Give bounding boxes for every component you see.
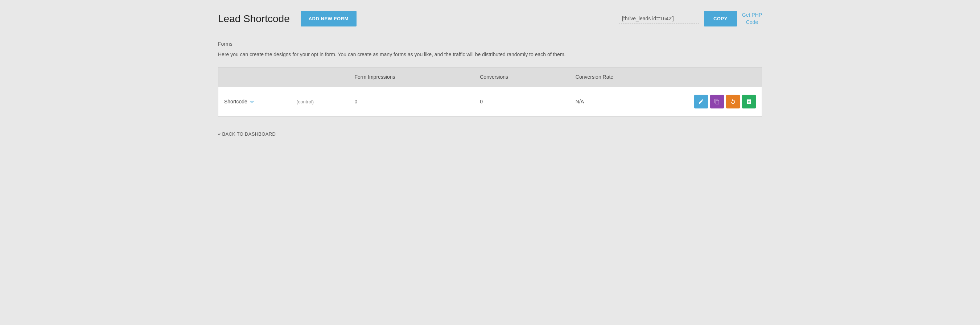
- table-body: Shortcode ✏ (control) 0 0 N/A: [218, 87, 762, 117]
- form-name-cell: Shortcode ✏: [218, 87, 291, 117]
- form-type-label: (control): [297, 99, 314, 104]
- get-php-code-link[interactable]: Get PHPCode: [742, 11, 762, 26]
- forms-table: Form Impressions Conversions Conversion …: [218, 67, 762, 117]
- page-title: Lead Shortcode: [218, 13, 290, 25]
- table-header: Form Impressions Conversions Conversion …: [218, 67, 762, 87]
- duplicate-form-button[interactable]: [710, 95, 724, 108]
- col-actions: [688, 67, 762, 87]
- duplicate-icon: [714, 99, 720, 104]
- shortcode-input[interactable]: [619, 13, 699, 24]
- section-description: Here you can create the designs for your…: [218, 50, 762, 58]
- edit-pencil-icon[interactable]: ✏: [250, 99, 254, 104]
- archive-form-button[interactable]: [742, 95, 756, 108]
- form-impressions-cell: 0: [349, 87, 474, 117]
- section-label: Forms: [218, 41, 762, 47]
- col-conversions: Conversions: [474, 67, 570, 87]
- reset-form-button[interactable]: [726, 95, 740, 108]
- back-to-dashboard-link[interactable]: « BACK TO DASHBOARD: [218, 131, 276, 137]
- pencil-icon: [698, 99, 704, 104]
- copy-button[interactable]: COPY: [704, 11, 737, 27]
- form-type-cell: (control): [291, 87, 349, 117]
- header-right: COPY Get PHPCode: [619, 11, 762, 27]
- col-name: [218, 67, 291, 87]
- form-name: Shortcode ✏: [224, 99, 285, 104]
- archive-icon: [746, 99, 752, 104]
- form-rate-cell: N/A: [570, 87, 688, 117]
- col-type: [291, 67, 349, 87]
- add-new-form-button[interactable]: ADD NEW FORM: [301, 11, 356, 27]
- reset-icon: [730, 99, 736, 104]
- page-header: Lead Shortcode ADD NEW FORM COPY Get PHP…: [218, 11, 762, 27]
- col-impressions: Form Impressions: [349, 67, 474, 87]
- action-buttons: [694, 95, 756, 108]
- form-name-text: Shortcode: [224, 99, 247, 104]
- form-actions-cell: [688, 87, 762, 117]
- header-left: Lead Shortcode ADD NEW FORM: [218, 11, 356, 27]
- edit-form-button[interactable]: [694, 95, 708, 108]
- form-conversions-cell: 0: [474, 87, 570, 117]
- table-row: Shortcode ✏ (control) 0 0 N/A: [218, 87, 762, 117]
- col-rate: Conversion Rate: [570, 67, 688, 87]
